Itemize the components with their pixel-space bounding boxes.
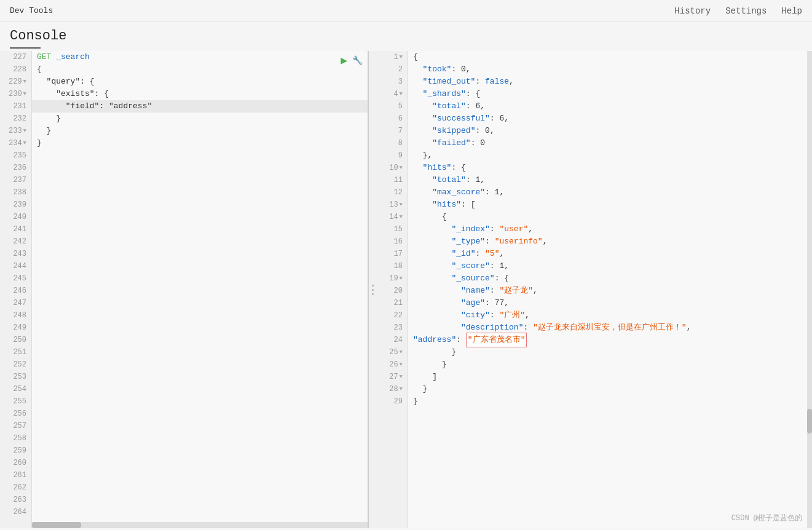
left-line-number: 233▼ — [0, 125, 31, 137]
fold-icon[interactable]: ▼ — [400, 383, 403, 395]
help-link[interactable]: Help — [781, 6, 802, 16]
left-line-numbers: 227228229▼230▼231232233▼234▼235236237238… — [0, 51, 32, 528]
left-line-number: 234▼ — [0, 137, 31, 149]
left-line-number: 258 — [0, 432, 31, 445]
left-line-number: 257 — [0, 420, 31, 432]
right-line-number: 9 — [376, 149, 408, 162]
left-line-number: 263 — [0, 494, 31, 506]
right-code-line: "_score": 1, — [408, 260, 805, 272]
left-code-line — [32, 346, 368, 358]
right-line-number: 23 — [376, 322, 408, 334]
left-code-line — [32, 408, 368, 420]
left-line-number: 244 — [0, 260, 31, 272]
right-line-number: 8 — [376, 137, 408, 149]
right-code-line: "hits": { — [408, 162, 805, 174]
left-line-number: 241 — [0, 223, 31, 235]
console-title: Console — [10, 28, 802, 44]
settings-link[interactable]: Settings — [725, 6, 767, 16]
fold-icon[interactable]: ▼ — [400, 51, 403, 63]
fold-icon[interactable]: ▼ — [400, 272, 403, 285]
right-code-line: "skipped": 0, — [408, 125, 805, 137]
divider-dot — [372, 285, 374, 287]
left-line-number: 251 — [0, 346, 31, 358]
run-button[interactable]: ▶ — [341, 55, 347, 67]
right-line-number: 25▼ — [376, 346, 408, 358]
wrench-icon[interactable]: 🔧 — [352, 55, 363, 67]
fold-icon[interactable]: ▼ — [23, 125, 26, 137]
left-line-number: 231 — [0, 100, 31, 113]
right-line-number: 1▼ — [376, 51, 408, 63]
left-scrollbar-thumb[interactable] — [32, 522, 81, 528]
right-line-number: 28▼ — [376, 383, 408, 395]
divider-dot — [372, 293, 374, 295]
right-line-number: 13▼ — [376, 199, 408, 211]
right-vertical-scrollbar[interactable] — [807, 51, 812, 528]
fold-icon[interactable]: ▼ — [23, 88, 26, 100]
left-code-line: } — [32, 113, 368, 125]
right-line-number: 19▼ — [376, 272, 408, 285]
left-line-number: 261 — [0, 469, 31, 481]
left-line-number: 248 — [0, 309, 31, 322]
left-code-line — [32, 223, 368, 235]
left-code-line — [32, 358, 368, 371]
divider-dot — [372, 289, 374, 291]
history-link[interactable]: History — [674, 6, 711, 16]
right-code-content[interactable]: { "took": 0, "timed_out": false, "_shard… — [408, 51, 812, 528]
fold-icon[interactable]: ▼ — [400, 162, 403, 174]
right-line-numbers: 1▼234▼5678910▼111213▼14▼1516171819▼20212… — [376, 51, 408, 528]
left-code-line — [32, 260, 368, 272]
right-line-number: 4▼ — [376, 88, 408, 100]
right-code-line: "_source": { — [408, 272, 805, 285]
fold-icon[interactable]: ▼ — [400, 88, 403, 100]
right-line-number: 12 — [376, 186, 408, 199]
fold-icon[interactable]: ▼ — [400, 199, 403, 211]
left-line-number: 243 — [0, 248, 31, 260]
left-code-line — [32, 211, 368, 223]
fold-icon[interactable]: ▼ — [23, 76, 26, 88]
right-line-number: 22 — [376, 309, 408, 322]
console-title-bar: Console — [0, 22, 812, 49]
fold-icon[interactable]: ▼ — [400, 346, 403, 358]
app-title: Dev Tools — [10, 6, 53, 15]
left-horizontal-scrollbar[interactable] — [32, 522, 368, 528]
left-code-line — [32, 174, 368, 186]
right-code-line: "name": "赵子龙", — [408, 285, 805, 297]
left-line-number: 252 — [0, 358, 31, 371]
left-line-number: 242 — [0, 235, 31, 248]
right-line-number: 18 — [376, 260, 408, 272]
top-bar: Dev Tools History Settings Help — [0, 0, 812, 22]
fold-icon[interactable]: ▼ — [400, 358, 403, 371]
left-line-number: 260 — [0, 457, 31, 469]
right-code-line: "address": "广东省茂名市" — [408, 334, 805, 346]
left-line-number: 240 — [0, 211, 31, 223]
right-panel: 1▼234▼5678910▼111213▼14▼1516171819▼20212… — [376, 51, 812, 528]
right-line-number: 3 — [376, 76, 408, 88]
left-line-number: 227 — [0, 51, 31, 63]
right-line-number: 17 — [376, 248, 408, 260]
panel-divider[interactable] — [369, 51, 376, 528]
left-line-number: 247 — [0, 297, 31, 309]
left-line-number: 228 — [0, 63, 31, 76]
right-code-line: "city": "广州", — [408, 309, 805, 322]
right-code-line: } — [408, 383, 805, 395]
watermark: CSDN @橙子是蓝色的 — [731, 513, 802, 523]
right-code-line: "timed_out": false, — [408, 76, 805, 88]
fold-icon[interactable]: ▼ — [23, 137, 26, 149]
left-code-content[interactable]: GET _search{ "query": { "exists": { "fie… — [32, 51, 368, 528]
right-line-number: 6 — [376, 113, 408, 125]
left-line-number: 236 — [0, 162, 31, 174]
fold-icon[interactable]: ▼ — [400, 371, 403, 383]
left-line-number: 253 — [0, 371, 31, 383]
right-line-number: 14▼ — [376, 211, 408, 223]
left-code-line — [32, 494, 368, 506]
left-code-line — [32, 309, 368, 322]
left-code-line — [32, 235, 368, 248]
left-line-number: 254 — [0, 383, 31, 395]
left-code-line — [32, 334, 368, 346]
left-line-number: 250 — [0, 334, 31, 346]
right-line-number: 7 — [376, 125, 408, 137]
right-scrollbar-thumb[interactable] — [807, 409, 812, 433]
left-line-number: 264 — [0, 506, 31, 518]
left-line-number: 239 — [0, 199, 31, 211]
fold-icon[interactable]: ▼ — [400, 211, 403, 223]
